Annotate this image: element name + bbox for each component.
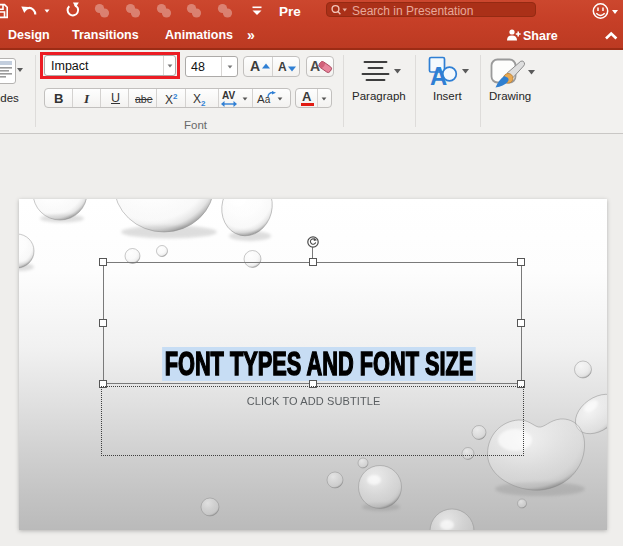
svg-text:A: A <box>430 61 447 86</box>
